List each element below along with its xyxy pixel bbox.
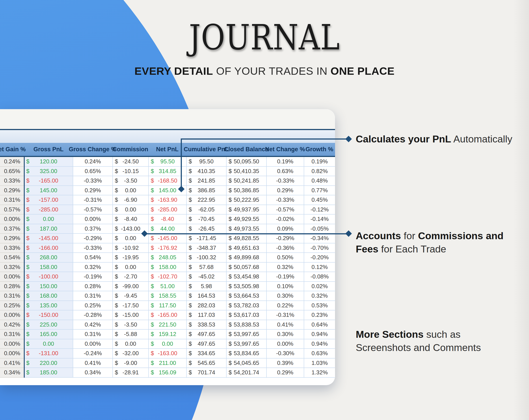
dollar-sign: $ bbox=[115, 273, 118, 280]
dollar-sign: $ bbox=[229, 360, 232, 366]
table-cell: -0.19% bbox=[266, 272, 304, 282]
dollar-sign: $ bbox=[229, 273, 232, 280]
table-cell: $185.00 bbox=[24, 368, 73, 378]
table-cell: -0.24% bbox=[73, 349, 112, 358]
table-cell: 0.31% bbox=[73, 330, 112, 339]
table-cell: 0.29% bbox=[0, 234, 24, 244]
dollar-sign: $ bbox=[229, 350, 232, 357]
table-cell: 0.30% bbox=[266, 330, 304, 339]
table-cell: $-70.45 bbox=[186, 215, 226, 224]
table-row: 0.31%$168.000.31%$-9.45$158.55$164.53$53… bbox=[0, 291, 335, 301]
table-cell: 0.12% bbox=[304, 263, 335, 272]
table-cell: $-28.91 bbox=[112, 368, 148, 378]
table-cell: $50,222.95 bbox=[226, 195, 266, 205]
table-cell: 0.54% bbox=[73, 253, 112, 263]
table-cell: 0.41% bbox=[73, 358, 112, 368]
table-cell: -0.08% bbox=[304, 272, 335, 282]
table-cell: $158.00 bbox=[148, 263, 186, 272]
table-row: 0.34%$185.000.34%$-28.91$156.09$701.74$5… bbox=[0, 368, 335, 378]
table-cell: -0.33% bbox=[266, 176, 304, 186]
table-cell: $-165.00 bbox=[24, 176, 73, 186]
table-cell: 0.31% bbox=[0, 291, 24, 301]
dollar-sign: $ bbox=[229, 321, 232, 328]
table-cell: 0.00% bbox=[73, 215, 112, 224]
dollar-sign: $ bbox=[189, 158, 192, 165]
table-cell: -0.33% bbox=[266, 195, 304, 205]
dollar-sign: $ bbox=[229, 206, 232, 213]
annotation-commissions: Accounts for Commissions andFees for Eac… bbox=[356, 229, 503, 256]
dollar-sign: $ bbox=[151, 302, 154, 309]
dollar-sign: $ bbox=[26, 331, 29, 338]
dollar-sign: $ bbox=[115, 177, 118, 184]
table-cell: $158.55 bbox=[148, 291, 186, 301]
callout-line bbox=[181, 138, 182, 188]
table-cell: -0.33% bbox=[73, 176, 112, 186]
table-cell: -0.30% bbox=[266, 349, 304, 358]
dollar-sign: $ bbox=[26, 254, 29, 261]
table-row: 0.00%$-131.00-0.24%$-32.00$-163.00$334.6… bbox=[0, 349, 335, 358]
table-cell: $168.00 bbox=[24, 291, 73, 301]
dollar-sign: $ bbox=[151, 206, 154, 213]
paper-edge-shade bbox=[514, 0, 529, 420]
table-cell: $53,838.53 bbox=[226, 320, 266, 330]
dollar-sign: $ bbox=[229, 196, 232, 203]
table-cell: $49,973.55 bbox=[226, 224, 266, 234]
table-cell: $-8.40 bbox=[112, 215, 148, 224]
table-cell: -0.28% bbox=[73, 311, 112, 320]
dollar-sign: $ bbox=[26, 321, 29, 328]
table-cell: 0.42% bbox=[73, 320, 112, 330]
table-cell: $221.50 bbox=[148, 320, 186, 330]
table-cell: 0.30% bbox=[266, 291, 304, 301]
table-cell: $51.00 bbox=[148, 282, 186, 291]
table-cell: $410.35 bbox=[186, 167, 226, 176]
dollar-sign: $ bbox=[189, 340, 192, 347]
dollar-sign: $ bbox=[189, 196, 192, 203]
table-cell: 0.48% bbox=[304, 176, 335, 186]
table-row: 0.32%$158.000.32%$0.00$158.00$57.68$50,0… bbox=[0, 263, 335, 272]
table-row: 0.33%$-166.00-0.33%$-10.92$-176.92$-348.… bbox=[0, 244, 335, 253]
spreadsheet-card: et Gain % Gross PnL Gross Change % Commi… bbox=[0, 109, 335, 385]
table-cell: 0.39% bbox=[266, 358, 304, 368]
table-cell: 0.00% bbox=[0, 339, 24, 349]
dollar-sign: $ bbox=[229, 187, 232, 194]
table-cell: $49,929.55 bbox=[226, 215, 266, 224]
table-cell: $-45.02 bbox=[186, 272, 226, 282]
table-cell: $241.85 bbox=[186, 176, 226, 186]
table-cell: $117.50 bbox=[148, 301, 186, 311]
table-row: 0.42%$225.000.42%$-3.50$221.50$338.53$53… bbox=[0, 320, 335, 330]
table-cell: $44.00 bbox=[148, 224, 186, 234]
table-cell: $-163.90 bbox=[148, 195, 186, 205]
table-cell: -0.29% bbox=[266, 234, 304, 244]
table-cell: $53,617.03 bbox=[226, 311, 266, 320]
table-cell: $150.00 bbox=[24, 282, 73, 291]
sheet-chrome bbox=[0, 109, 335, 129]
table-cell: -0.20% bbox=[304, 253, 335, 263]
table-cell: $220.00 bbox=[24, 358, 73, 368]
table-cell: $-285.00 bbox=[148, 205, 186, 215]
dollar-sign: $ bbox=[229, 340, 232, 347]
table-cell: 0.00% bbox=[73, 339, 112, 349]
dollar-sign: $ bbox=[115, 216, 118, 222]
dollar-sign: $ bbox=[189, 168, 192, 175]
table-cell: 0.10% bbox=[266, 282, 304, 291]
table-cell: $-8.40 bbox=[148, 215, 186, 224]
table-cell: $-10.92 bbox=[112, 244, 148, 253]
table-cell: 0.33% bbox=[0, 176, 24, 186]
table-cell: $117.03 bbox=[186, 311, 226, 320]
table-cell: 0.00% bbox=[0, 349, 24, 358]
dollar-sign: $ bbox=[115, 168, 118, 175]
table-cell: 0.33% bbox=[0, 244, 24, 253]
table-cell: $386.85 bbox=[186, 186, 226, 196]
table-row: 0.28%$150.000.28%$-99.00$51.00$5.98$53,5… bbox=[0, 282, 335, 291]
dollar-sign: $ bbox=[26, 187, 29, 194]
table-cell: $-2.70 bbox=[112, 272, 148, 282]
dollar-sign: $ bbox=[151, 321, 154, 328]
table-cell: $497.65 bbox=[186, 339, 226, 349]
dollar-sign: $ bbox=[189, 264, 192, 271]
table-cell: 0.42% bbox=[0, 320, 24, 330]
dollar-sign: $ bbox=[189, 321, 192, 328]
table-cell: 0.53% bbox=[304, 301, 335, 311]
annotation-more-sections: More Sections such asScreenshots and Com… bbox=[356, 328, 481, 354]
diamond-marker-icon bbox=[345, 230, 352, 237]
dollar-sign: $ bbox=[115, 158, 118, 165]
